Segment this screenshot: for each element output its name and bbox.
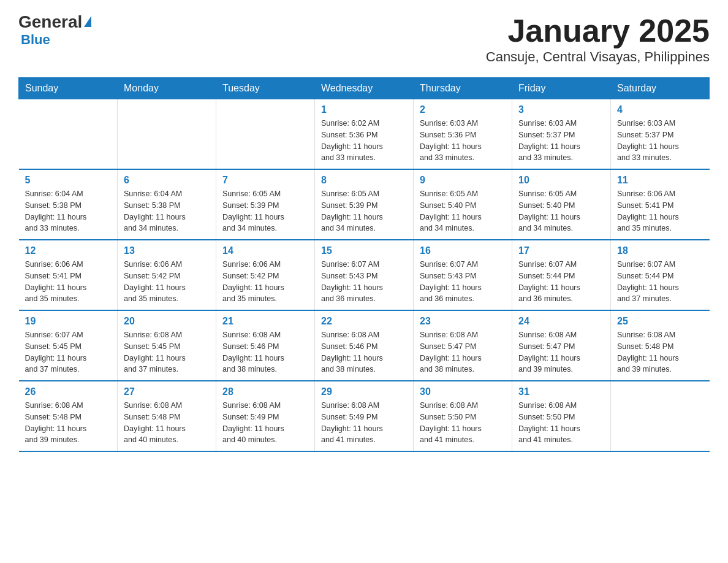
calendar-weekday-sunday: Sunday	[19, 78, 118, 99]
calendar-day-cell: 26Sunrise: 6:08 AM Sunset: 5:48 PM Dayli…	[19, 381, 118, 451]
calendar-day-cell: 18Sunrise: 6:07 AM Sunset: 5:44 PM Dayli…	[611, 240, 710, 310]
day-info: Sunrise: 6:08 AM Sunset: 5:47 PM Dayligh…	[518, 329, 604, 375]
day-number: 12	[25, 245, 112, 256]
calendar-day-cell: 14Sunrise: 6:06 AM Sunset: 5:42 PM Dayli…	[216, 240, 315, 310]
day-number: 30	[420, 386, 506, 397]
calendar-day-cell	[19, 99, 118, 170]
day-info: Sunrise: 6:08 AM Sunset: 5:49 PM Dayligh…	[222, 400, 308, 446]
day-number: 8	[321, 175, 407, 186]
logo: General Blue	[18, 12, 91, 48]
day-number: 3	[518, 104, 604, 115]
day-number: 6	[124, 175, 210, 186]
calendar-day-cell: 12Sunrise: 6:06 AM Sunset: 5:41 PM Dayli…	[19, 240, 118, 310]
day-info: Sunrise: 6:08 AM Sunset: 5:50 PM Dayligh…	[518, 400, 604, 446]
logo-triangle-icon	[84, 16, 91, 27]
calendar-day-cell: 21Sunrise: 6:08 AM Sunset: 5:46 PM Dayli…	[216, 310, 315, 381]
day-number: 28	[222, 386, 308, 397]
day-number: 1	[321, 104, 407, 115]
page-title: January 2025	[486, 12, 710, 49]
calendar-body: 1Sunrise: 6:02 AM Sunset: 5:36 PM Daylig…	[19, 99, 710, 452]
calendar-day-cell	[118, 99, 216, 170]
day-info: Sunrise: 6:06 AM Sunset: 5:41 PM Dayligh…	[25, 259, 112, 305]
calendar-day-cell: 15Sunrise: 6:07 AM Sunset: 5:43 PM Dayli…	[315, 240, 414, 310]
calendar-day-cell: 5Sunrise: 6:04 AM Sunset: 5:38 PM Daylig…	[19, 169, 118, 240]
day-number: 10	[518, 175, 604, 186]
calendar-week-row: 19Sunrise: 6:07 AM Sunset: 5:45 PM Dayli…	[19, 310, 710, 381]
day-number: 5	[25, 175, 112, 186]
day-info: Sunrise: 6:08 AM Sunset: 5:48 PM Dayligh…	[124, 400, 210, 446]
day-number: 25	[617, 316, 703, 327]
calendar-week-row: 1Sunrise: 6:02 AM Sunset: 5:36 PM Daylig…	[19, 99, 710, 170]
day-number: 7	[222, 175, 308, 186]
calendar-day-cell: 30Sunrise: 6:08 AM Sunset: 5:50 PM Dayli…	[414, 381, 512, 451]
day-info: Sunrise: 6:03 AM Sunset: 5:37 PM Dayligh…	[617, 118, 703, 164]
day-number: 31	[518, 386, 604, 397]
title-section: January 2025 Cansuje, Central Visayas, P…	[486, 12, 710, 65]
calendar-day-cell: 8Sunrise: 6:05 AM Sunset: 5:39 PM Daylig…	[315, 169, 414, 240]
day-number: 15	[321, 245, 407, 256]
day-info: Sunrise: 6:04 AM Sunset: 5:38 PM Dayligh…	[124, 188, 210, 234]
calendar-day-cell: 4Sunrise: 6:03 AM Sunset: 5:37 PM Daylig…	[611, 99, 710, 170]
day-info: Sunrise: 6:03 AM Sunset: 5:37 PM Dayligh…	[518, 118, 604, 164]
day-info: Sunrise: 6:08 AM Sunset: 5:48 PM Dayligh…	[617, 329, 703, 375]
day-number: 14	[222, 245, 308, 256]
calendar-day-cell: 13Sunrise: 6:06 AM Sunset: 5:42 PM Dayli…	[118, 240, 216, 310]
day-number: 19	[25, 316, 112, 327]
calendar-table: SundayMondayTuesdayWednesdayThursdayFrid…	[18, 77, 710, 452]
day-number: 16	[420, 245, 506, 256]
day-info: Sunrise: 6:08 AM Sunset: 5:48 PM Dayligh…	[25, 400, 112, 446]
calendar-day-cell: 11Sunrise: 6:06 AM Sunset: 5:41 PM Dayli…	[611, 169, 710, 240]
calendar-weekday-tuesday: Tuesday	[216, 78, 315, 99]
day-info: Sunrise: 6:06 AM Sunset: 5:42 PM Dayligh…	[124, 259, 210, 305]
calendar-weekday-wednesday: Wednesday	[315, 78, 414, 99]
day-info: Sunrise: 6:04 AM Sunset: 5:38 PM Dayligh…	[25, 188, 112, 234]
day-info: Sunrise: 6:07 AM Sunset: 5:43 PM Dayligh…	[420, 259, 506, 305]
day-number: 29	[321, 386, 407, 397]
calendar-day-cell: 22Sunrise: 6:08 AM Sunset: 5:46 PM Dayli…	[315, 310, 414, 381]
day-number: 24	[518, 316, 604, 327]
calendar-header-row: SundayMondayTuesdayWednesdayThursdayFrid…	[19, 78, 710, 99]
day-number: 13	[124, 245, 210, 256]
day-info: Sunrise: 6:07 AM Sunset: 5:44 PM Dayligh…	[518, 259, 604, 305]
calendar-day-cell: 31Sunrise: 6:08 AM Sunset: 5:50 PM Dayli…	[512, 381, 611, 451]
calendar-weekday-monday: Monday	[118, 78, 216, 99]
day-number: 23	[420, 316, 506, 327]
calendar-day-cell: 19Sunrise: 6:07 AM Sunset: 5:45 PM Dayli…	[19, 310, 118, 381]
calendar-day-cell: 9Sunrise: 6:05 AM Sunset: 5:40 PM Daylig…	[414, 169, 512, 240]
day-info: Sunrise: 6:07 AM Sunset: 5:45 PM Dayligh…	[25, 329, 112, 375]
calendar-day-cell: 7Sunrise: 6:05 AM Sunset: 5:39 PM Daylig…	[216, 169, 315, 240]
day-info: Sunrise: 6:02 AM Sunset: 5:36 PM Dayligh…	[321, 118, 407, 164]
calendar-day-cell: 1Sunrise: 6:02 AM Sunset: 5:36 PM Daylig…	[315, 99, 414, 170]
calendar-week-row: 5Sunrise: 6:04 AM Sunset: 5:38 PM Daylig…	[19, 169, 710, 240]
day-info: Sunrise: 6:08 AM Sunset: 5:46 PM Dayligh…	[222, 329, 308, 375]
header: General Blue January 2025 Cansuje, Centr…	[18, 12, 710, 65]
day-number: 20	[124, 316, 210, 327]
calendar-day-cell: 24Sunrise: 6:08 AM Sunset: 5:47 PM Dayli…	[512, 310, 611, 381]
day-info: Sunrise: 6:08 AM Sunset: 5:45 PM Dayligh…	[124, 329, 210, 375]
calendar-day-cell	[216, 99, 315, 170]
day-info: Sunrise: 6:08 AM Sunset: 5:46 PM Dayligh…	[321, 329, 407, 375]
day-number: 17	[518, 245, 604, 256]
calendar-day-cell: 16Sunrise: 6:07 AM Sunset: 5:43 PM Dayli…	[414, 240, 512, 310]
day-number: 27	[124, 386, 210, 397]
calendar-day-cell: 20Sunrise: 6:08 AM Sunset: 5:45 PM Dayli…	[118, 310, 216, 381]
calendar-day-cell: 3Sunrise: 6:03 AM Sunset: 5:37 PM Daylig…	[512, 99, 611, 170]
day-info: Sunrise: 6:03 AM Sunset: 5:36 PM Dayligh…	[420, 118, 506, 164]
logo-blue-text: Blue	[21, 32, 50, 47]
day-number: 21	[222, 316, 308, 327]
calendar-day-cell: 6Sunrise: 6:04 AM Sunset: 5:38 PM Daylig…	[118, 169, 216, 240]
calendar-weekday-friday: Friday	[512, 78, 611, 99]
calendar-week-row: 26Sunrise: 6:08 AM Sunset: 5:48 PM Dayli…	[19, 381, 710, 451]
day-number: 4	[617, 104, 703, 115]
calendar-day-cell	[611, 381, 710, 451]
day-info: Sunrise: 6:05 AM Sunset: 5:39 PM Dayligh…	[222, 188, 308, 234]
day-number: 26	[25, 386, 112, 397]
day-info: Sunrise: 6:07 AM Sunset: 5:44 PM Dayligh…	[617, 259, 703, 305]
day-info: Sunrise: 6:06 AM Sunset: 5:41 PM Dayligh…	[617, 188, 703, 234]
calendar-day-cell: 23Sunrise: 6:08 AM Sunset: 5:47 PM Dayli…	[414, 310, 512, 381]
calendar-weekday-saturday: Saturday	[611, 78, 710, 99]
day-number: 9	[420, 175, 506, 186]
calendar-week-row: 12Sunrise: 6:06 AM Sunset: 5:41 PM Dayli…	[19, 240, 710, 310]
day-number: 11	[617, 175, 703, 186]
calendar-day-cell: 28Sunrise: 6:08 AM Sunset: 5:49 PM Dayli…	[216, 381, 315, 451]
